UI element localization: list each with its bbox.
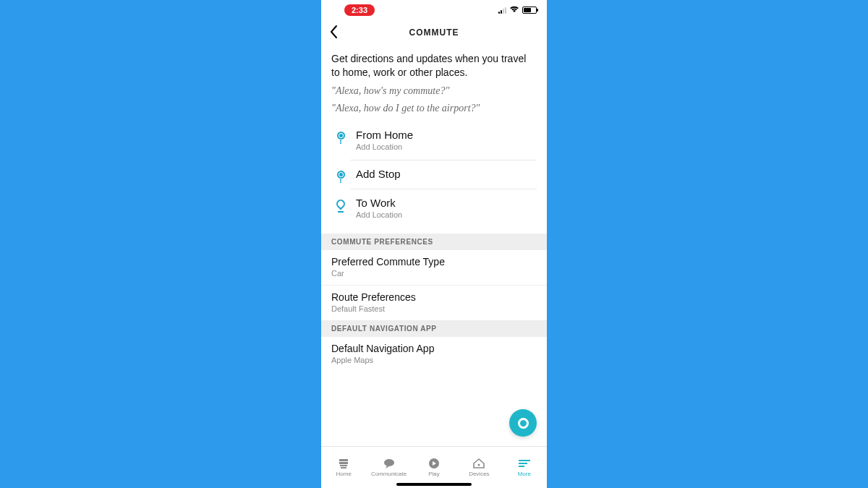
home-indicator[interactable] — [396, 483, 472, 486]
svg-rect-2 — [340, 465, 347, 466]
route-to-sub: Add Location — [356, 210, 537, 219]
tab-communicate-label: Communicate — [371, 471, 407, 477]
svg-rect-1 — [339, 462, 348, 464]
pref-route[interactable]: Route Preferences Default Fastest — [321, 286, 547, 320]
svg-rect-0 — [339, 459, 348, 461]
status-bar: 2:33 — [321, 0, 547, 20]
route-origin-icon — [331, 127, 350, 140]
svg-rect-3 — [341, 467, 346, 468]
nav-header: COMMUTE — [321, 20, 547, 45]
play-icon — [427, 458, 441, 469]
route-from-title: From Home — [356, 129, 537, 141]
tab-devices[interactable]: Devices — [457, 458, 501, 477]
route-from-row[interactable]: From Home Add Location — [331, 127, 537, 166]
tab-home[interactable]: Home — [322, 458, 365, 477]
svg-rect-9 — [519, 466, 524, 467]
cellular-icon — [498, 7, 506, 14]
pref-nav-app-value: Apple Maps — [331, 356, 537, 364]
pref-commute-type-value: Car — [331, 269, 537, 278]
section-nav-app: DEFAULT NAVIGATION APP — [321, 320, 547, 337]
svg-rect-7 — [519, 460, 530, 461]
pref-nav-app[interactable]: Default Navigation App Apple Maps — [321, 337, 547, 372]
alexa-icon — [518, 418, 529, 429]
intro-description: Get directions and updates when you trav… — [331, 52, 537, 80]
svg-point-4 — [384, 459, 394, 466]
pref-nav-app-title: Default Navigation App — [331, 343, 537, 354]
wifi-icon — [509, 6, 519, 14]
alexa-fab-button[interactable] — [509, 409, 537, 437]
home-icon — [336, 458, 351, 469]
tab-bar: Home Communicate Play Devices More — [321, 446, 547, 488]
route-stop-row[interactable]: Add Stop — [331, 166, 537, 195]
more-icon — [517, 458, 532, 469]
tab-home-label: Home — [336, 471, 352, 477]
pref-commute-type[interactable]: Preferred Commute Type Car — [321, 250, 547, 286]
svg-rect-8 — [519, 463, 527, 464]
svg-point-6 — [478, 464, 480, 466]
route-stop-title: Add Stop — [356, 168, 537, 180]
tab-play[interactable]: Play — [412, 458, 456, 477]
pref-route-title: Route Preferences — [331, 291, 537, 303]
chat-icon — [382, 458, 396, 469]
tab-more-label: More — [518, 471, 531, 477]
page-title: COMMUTE — [409, 27, 459, 38]
route-stop-icon — [331, 166, 350, 179]
route-to-row[interactable]: To Work Add Location — [331, 195, 537, 234]
route-to-title: To Work — [356, 197, 537, 209]
battery-icon — [522, 7, 537, 14]
status-time-pill: 2:33 — [344, 4, 375, 16]
example-phrase-1: "Alexa, how's my commute?" — [331, 85, 537, 97]
tab-play-label: Play — [428, 471, 440, 477]
section-commute-prefs: COMMUTE PREFERENCES — [321, 234, 547, 250]
route-from-sub: Add Location — [356, 142, 537, 151]
example-phrase-2: "Alexa, how do I get to the airport?" — [331, 103, 537, 114]
route-list: From Home Add Location Add Stop — [321, 119, 547, 234]
route-destination-icon — [331, 195, 350, 208]
tab-more[interactable]: More — [503, 458, 546, 477]
status-right-icons — [498, 6, 537, 14]
pref-commute-type-title: Preferred Commute Type — [331, 256, 537, 267]
tab-communicate[interactable]: Communicate — [367, 458, 411, 477]
content-area: Get directions and updates when you trav… — [321, 45, 547, 446]
pref-route-value: Default Fastest — [331, 304, 537, 313]
tab-devices-label: Devices — [469, 471, 489, 477]
phone-frame: 2:33 COMMUTE Get directions and updates … — [321, 0, 547, 488]
intro-block: Get directions and updates when you trav… — [321, 45, 547, 119]
devices-icon — [472, 458, 486, 469]
back-button[interactable] — [328, 25, 340, 42]
